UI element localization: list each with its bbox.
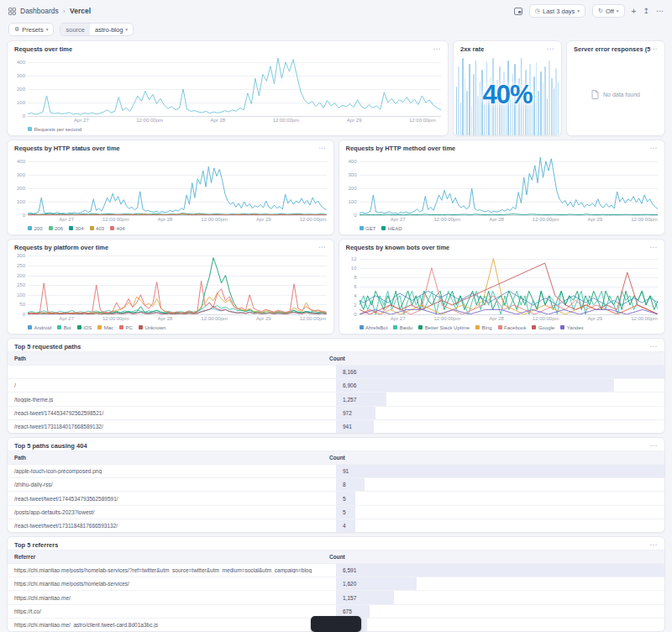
chevron-right-icon: › (63, 8, 66, 15)
panel-known-bots: Requests by known bots over time ⋯ 02468… (339, 239, 666, 334)
column-header-count[interactable]: Count (329, 356, 658, 361)
panel-menu-icon[interactable]: ⋯ (650, 345, 659, 349)
panel-menu-icon[interactable]: ⋯ (318, 245, 327, 250)
panel-platform: Requests by platform over time ⋯ 0501001… (7, 239, 334, 334)
requests-chart: 0100200300400Apr 2712:00:00pmApr 2812:00… (8, 54, 448, 135)
table-row[interactable]: /react-tweet/1731184017668589132/941 (8, 420, 664, 433)
x-axis-tick: Apr 28 (489, 217, 504, 222)
dashboard-grid: Requests over time ⋯ 0100200300400Apr 27… (0, 40, 672, 632)
more-menu-icon[interactable]: ⋯ (656, 8, 664, 15)
legend-item[interactable]: GET (360, 226, 376, 231)
filter-chip-source[interactable]: source astro-blog ▾ (60, 23, 134, 36)
table-row[interactable]: https://chi.miantiao.me/1,157 (8, 591, 664, 604)
panel-title: 2xx rate (460, 45, 484, 53)
no-data-text: No data found (603, 92, 640, 97)
x-axis-tick: 12:00:00pm (300, 217, 327, 222)
legend-item[interactable]: HEAD (381, 226, 402, 231)
legend-item[interactable]: 200 (28, 226, 43, 231)
table-header: Path Count (8, 450, 664, 465)
refresh-label: Off (606, 8, 614, 15)
legend-item[interactable]: 403 (90, 226, 105, 231)
count-cell: 8 (336, 482, 353, 487)
filter-bar: ⚙ Presets ▾ source astro-blog ▾ (0, 22, 672, 40)
panel-menu-icon[interactable]: ⋯ (650, 146, 659, 150)
path-cell: /react-tweet/1744534792562598521/ (8, 410, 336, 416)
count-bar (336, 564, 664, 577)
panel-menu-icon[interactable]: ⋯ (650, 47, 659, 51)
presets-button[interactable]: ⚙ Presets ▾ (8, 23, 54, 36)
legend-item[interactable]: 206 (49, 226, 64, 231)
time-range-label: Last 3 days (543, 8, 575, 15)
refresh-icon: ↻ (598, 8, 603, 14)
add-panel-button[interactable]: + (632, 8, 637, 15)
panel-menu-icon[interactable]: ⋯ (650, 543, 659, 547)
path-cell: /posts/app-defaults-2023?lowest/ (8, 509, 336, 515)
path-cell: /react-tweet/tweet/1731184817666593132/ (8, 523, 336, 529)
legend-item[interactable]: Bot (57, 325, 71, 330)
path-cell: https://chi.miantiao.me/_astro/client.tw… (8, 622, 336, 628)
count-cell: 6,906 (336, 382, 363, 388)
panel-menu-icon[interactable]: ⋯ (318, 146, 327, 150)
column-header-path[interactable]: Path (14, 356, 329, 361)
legend-item[interactable]: 404 (110, 226, 125, 231)
panel-title: Requests by HTTP status over time (14, 145, 120, 152)
kiosk-icon[interactable] (514, 8, 522, 15)
panel-menu-icon[interactable]: ⋯ (650, 245, 659, 250)
legend-item[interactable]: Bing (475, 325, 492, 330)
legend-item[interactable]: PC (119, 325, 133, 330)
table-body: /apple-touch-icon-precomposed.png91/zhih… (8, 465, 664, 532)
column-header-count[interactable]: Count (329, 554, 658, 560)
stat-body: 40% (454, 54, 561, 135)
refresh-button[interactable]: ↻ Off ▾ (592, 4, 625, 18)
document-icon (591, 90, 599, 99)
top-controls: ◷ Last 3 days ▾ ↻ Off ▾ + ↥ ⋯ (514, 4, 664, 18)
legend-item[interactable]: Android (28, 325, 51, 330)
path-cell: /zhihu-daily-rss/ (8, 482, 336, 487)
legend-item[interactable]: iOS (77, 325, 92, 330)
table-row[interactable]: /react-tweet/tweet/1731184817666593132/4 (8, 519, 664, 532)
panel-menu-icon[interactable]: ⋯ (650, 444, 659, 448)
table-row[interactable]: /posts/app-defaults-2023?lowest/5 (8, 506, 664, 519)
time-range-button[interactable]: ◷ Last 3 days ▾ (529, 4, 585, 18)
table-row[interactable]: /apple-touch-icon-precomposed.png91 (8, 465, 664, 478)
panel-title: Top 5 referrers (14, 541, 58, 549)
filter-value: astro-blog (95, 26, 123, 34)
bottom-dock[interactable] (311, 616, 361, 632)
panel-menu-icon[interactable]: ⋯ (433, 47, 442, 51)
legend-item[interactable]: Facebook (498, 325, 527, 330)
path-cell: https://t.co/ (8, 608, 336, 614)
legend-item[interactable]: Yandex (560, 325, 583, 330)
legend-item[interactable]: AhrefsBot (360, 325, 388, 330)
column-header-referrer[interactable]: Referrer (14, 554, 329, 560)
table-row[interactable]: /zhihu-daily-rss/8 (8, 478, 664, 492)
legend-item[interactable]: Unknown (139, 325, 166, 330)
table-row[interactable]: /react-tweet/tweet/1744534793562589591/5 (8, 492, 664, 505)
table-row[interactable]: /6,906 (8, 379, 664, 392)
panel-menu-icon[interactable]: ⋯ (547, 47, 555, 51)
legend-item[interactable]: Baidu (393, 325, 412, 330)
legend-item[interactable]: Requests per second (28, 127, 81, 132)
table-row[interactable]: https://chi.miantiao.me/posts/homelab-se… (8, 564, 664, 577)
share-icon[interactable]: ↥ (643, 8, 649, 15)
legend-item[interactable]: Google (532, 325, 554, 330)
legend-item[interactable]: 304 (69, 226, 84, 231)
x-axis-tick: 12:00:00pm (631, 316, 658, 321)
x-axis-tick: 12:00:00pm (273, 118, 300, 123)
breadcrumb-section[interactable]: Dashboards (20, 7, 59, 15)
legend-item[interactable]: Better Stack Uptime (418, 325, 470, 330)
column-header-path[interactable]: Path (14, 455, 329, 461)
panel-http-method: Requests by HTTP method over time ⋯ 0100… (339, 140, 666, 235)
count-cell: 4 (336, 523, 353, 529)
known-bots-chart: 024681012Apr 2712:00:00pmApr 2812:00:00p… (339, 252, 665, 334)
table-row[interactable]: /toggle-theme.js1,257 (8, 392, 664, 406)
path-cell: /apple-touch-icon-precomposed.png (8, 468, 336, 474)
legend-item[interactable]: Mac (97, 325, 113, 330)
filter-key: source (60, 24, 90, 35)
table-row[interactable]: /react-tweet/1744534792562598521/972 (8, 407, 664, 420)
panel-top-requested-paths: Top 5 requested paths ⋯ Path Count 8,166… (7, 338, 665, 434)
panel-title: Requests by known bots over time (346, 244, 450, 251)
table-row[interactable]: https://chi.miantiao.me/posts/homelab-se… (8, 577, 664, 591)
table-row[interactable]: 8,166 (8, 366, 664, 379)
panel-title: Requests by HTTP method over time (346, 145, 456, 152)
column-header-count[interactable]: Count (329, 455, 658, 461)
